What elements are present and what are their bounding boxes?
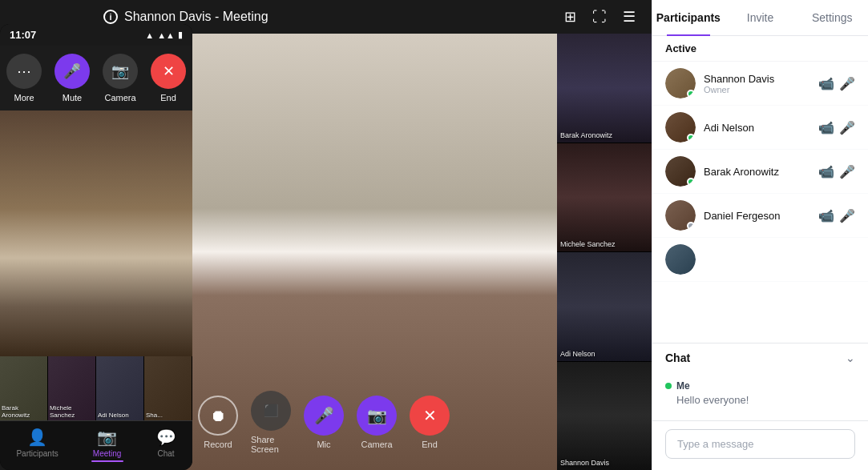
record-icon: ⏺ <box>198 396 238 436</box>
mobile-bottom-nav: 👤 Participants 📷 Meeting 💬 Chat <box>0 420 192 470</box>
camera-label: Camera <box>104 93 135 102</box>
active-section-label: Active <box>652 36 868 62</box>
camera-btn[interactable]: 📷 Camera <box>357 396 397 449</box>
side-thumb-4[interactable]: Shannon Davis <box>557 362 652 471</box>
tab-invite[interactable]: Invite <box>725 0 797 35</box>
avatar-adi <box>665 112 696 143</box>
mobile-thumb-row: Barak Aronowitz Michele Sanchez Adi Nels… <box>0 356 192 420</box>
mic-icon-4[interactable]: 🎤 <box>839 208 855 223</box>
chat-nav-label: Chat <box>157 449 174 458</box>
chat-header[interactable]: Chat ⌄ <box>652 343 868 372</box>
mobile-status-icons: ▲ ▲▲ ▮ <box>145 30 183 40</box>
mobile-time: 11:07 <box>10 29 36 41</box>
mic-btn[interactable]: 🎤 Mic <box>304 396 344 449</box>
thumb-name-1: Barak Aronowitz <box>2 404 47 419</box>
info-icon[interactable]: i <box>103 10 118 24</box>
mobile-status-bar: 11:07 ▲ ▲▲ ▮ <box>0 24 192 46</box>
participant-role-1: Owner <box>704 85 810 94</box>
side-thumb-2[interactable]: Michele Sanchez <box>557 143 652 252</box>
tab-settings[interactable]: Settings <box>796 0 868 35</box>
side-thumb-name-1: Barak Aronowitz <box>560 131 612 139</box>
side-thumb-bg-1 <box>557 34 652 143</box>
participant-item: Daniel Fergeson 📹 🎤 <box>652 194 868 238</box>
camera-ctrl-icon: 📷 <box>357 396 397 436</box>
chat-messages: Me Hello everyone! <box>652 372 868 420</box>
share-screen-icon: ⬛ <box>251 391 291 431</box>
end-icon: ✕ <box>151 54 186 89</box>
chat-header-label: Chat <box>665 351 690 364</box>
side-thumb-name-2: Michele Sanchez <box>560 240 616 248</box>
side-thumb-name-3: Adi Nelson <box>560 350 595 358</box>
side-thumb-bg-2 <box>557 143 652 252</box>
active-indicator <box>91 460 123 462</box>
end-call-btn[interactable]: ✕ End <box>410 396 450 449</box>
video-icon-3[interactable]: 📹 <box>818 164 834 179</box>
menu-btn[interactable]: ☰ <box>620 5 639 29</box>
mobile-thumb-1[interactable]: Barak Aronowitz <box>0 356 48 420</box>
mic-icon: 🎤 <box>304 396 344 436</box>
participants-icon: 👤 <box>27 428 47 447</box>
mobile-thumb-4[interactable]: Sha... <box>144 356 192 420</box>
meeting-title: Shannon Davis - Meeting <box>124 10 268 24</box>
participants-list: Shannon Davis Owner 📹 🎤 Adi Nelson 📹 🎤 <box>652 62 868 343</box>
online-dot <box>665 383 672 389</box>
participant-actions-2: 📹 🎤 <box>818 120 855 135</box>
participant-actions-1: 📹 🎤 <box>818 76 855 91</box>
end-label: End <box>160 93 176 102</box>
mobile-controls-bar: ⋯ More 🎤 Mute 📷 Camera ✕ End <box>0 46 192 110</box>
mobile-overlay: 11:07 ▲ ▲▲ ▮ ⋯ More 🎤 Mute 📷 Camera ✕ En… <box>0 24 192 470</box>
side-thumb-bg-3 <box>557 252 652 361</box>
avatar-partial <box>665 244 696 275</box>
video-icon-4[interactable]: 📹 <box>818 208 834 223</box>
side-thumb-bg-4 <box>557 362 652 471</box>
side-thumb-1[interactable]: Barak Aronowitz <box>557 34 652 143</box>
mobile-nav-participants[interactable]: 👤 Participants <box>10 428 64 462</box>
participant-name-1: Shannon Davis <box>704 73 810 85</box>
mobile-camera-btn[interactable]: 📷 Camera <box>103 54 138 102</box>
mobile-nav-meeting[interactable]: 📷 Meeting <box>85 428 130 462</box>
avatar-barak <box>665 156 696 187</box>
avatar-shannon <box>665 68 696 98</box>
tab-participants[interactable]: Participants <box>652 0 725 35</box>
participant-item: Barak Aronowitz 📹 🎤 <box>652 150 868 194</box>
record-label: Record <box>204 440 232 449</box>
end-call-icon: ✕ <box>410 396 450 436</box>
chat-nav-icon: 💬 <box>156 428 176 447</box>
participant-item: Shannon Davis Owner 📹 🎤 <box>652 62 868 106</box>
mobile-thumb-2[interactable]: Michele Sanchez <box>48 356 96 420</box>
mic-icon-2[interactable]: 🎤 <box>839 120 855 135</box>
participant-info-3: Barak Aronowitz <box>704 166 810 178</box>
mute-icon: 🎤 <box>55 54 90 89</box>
mic-label: Mic <box>317 440 330 449</box>
camera-icon: 📷 <box>103 54 138 89</box>
status-dot-2 <box>687 134 695 142</box>
top-actions: ⊞ ⛶ ☰ <box>561 5 639 29</box>
mobile-more-btn[interactable]: ⋯ More <box>6 54 42 102</box>
participant-info-4: Daniel Fergeson <box>704 210 810 222</box>
chat-message-header: Me <box>665 380 855 392</box>
mobile-mute-btn[interactable]: 🎤 Mute <box>55 54 90 102</box>
mute-label: Mute <box>63 93 82 102</box>
right-panel: Participants Invite Settings Active Shan… <box>652 0 868 470</box>
share-screen-label: Share Screen <box>251 435 291 454</box>
grid-view-btn[interactable]: ⊞ <box>561 5 579 29</box>
video-icon-1[interactable]: 📹 <box>818 76 834 91</box>
share-screen-btn[interactable]: ⬛ Share Screen <box>251 391 291 454</box>
side-thumbnails: Barak Aronowitz Michele Sanchez Adi Nels… <box>557 34 652 470</box>
video-icon-2[interactable]: 📹 <box>818 120 834 135</box>
mobile-nav-chat[interactable]: 💬 Chat <box>150 428 183 462</box>
mobile-end-btn[interactable]: ✕ End <box>151 54 186 102</box>
mic-icon-3[interactable]: 🎤 <box>839 164 855 179</box>
record-btn[interactable]: ⏺ Record <box>198 396 238 449</box>
mic-icon-1[interactable]: 🎤 <box>839 76 855 91</box>
status-dot-4 <box>687 222 695 230</box>
fullscreen-btn[interactable]: ⛶ <box>589 6 610 29</box>
mobile-thumb-3[interactable]: Adi Nelson <box>96 356 144 420</box>
chat-input-area <box>652 420 868 470</box>
mobile-video-bg <box>0 110 192 356</box>
chat-input[interactable] <box>665 429 855 459</box>
thumb-name-4: Sha... <box>146 412 163 419</box>
avatar-daniel <box>665 200 696 231</box>
side-thumb-3[interactable]: Adi Nelson <box>557 252 652 361</box>
participant-name-3: Barak Aronowitz <box>704 166 810 178</box>
